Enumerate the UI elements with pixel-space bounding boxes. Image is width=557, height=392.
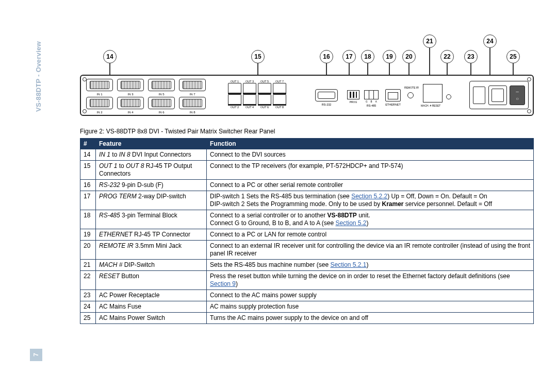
cell-num: 15 <box>80 161 96 180</box>
table-row: 21MACH # DIP-SwitchSets the RS-485 bus m… <box>80 260 534 271</box>
remote-ir-jack <box>407 92 414 98</box>
cell-function: Connect to the AC mains power supply <box>207 290 534 301</box>
rear-panel-diagram: 141516171819202122232425 IN 1IN 3IN 5IN … <box>80 36 534 124</box>
dvi-label: IN 7 <box>179 93 206 96</box>
dvi-port <box>86 97 113 109</box>
remote-ir-label: REMOTE IR <box>402 86 421 89</box>
rs232-port <box>315 89 338 101</box>
mach-reset-label: MACH. # RESET <box>421 104 447 107</box>
cell-feature: RS-485 3-pin Terminal Block <box>96 210 207 229</box>
power-group <box>469 81 529 109</box>
rj45-port <box>273 83 286 94</box>
table-row: 20REMOTE IR 3.5mm Mini JackConnect to an… <box>80 241 534 260</box>
cell-num: 22 <box>80 271 96 290</box>
prog-dip-switch <box>347 90 359 99</box>
cell-function: Connect to an external IR receiver unit … <box>207 241 534 260</box>
cell-function: Press the reset button while turning the… <box>207 271 534 290</box>
cell-function: Turns the AC mains power supply to the d… <box>207 313 534 324</box>
table-row: 15OUT 1 to OUT 8 RJ-45 TP Output Connect… <box>80 161 534 180</box>
cell-function: Connect to a PC or other serial remote c… <box>207 180 534 191</box>
fuse-icon <box>473 87 485 104</box>
cell-num: 17 <box>80 191 96 210</box>
table-row: 17PROG TERM 2-way DIP-switchDIP-switch 1… <box>80 191 534 210</box>
table-row: 18RS-485 3-pin Terminal BlockConnect to … <box>80 210 534 229</box>
cell-num: 19 <box>80 229 96 241</box>
cell-feature: AC Power Receptacle <box>96 290 207 301</box>
power-switch-icon <box>510 86 525 105</box>
callout-18: 18 <box>361 50 374 63</box>
dvi-port <box>86 79 113 91</box>
callout-17: 17 <box>342 50 356 63</box>
section-link[interactable]: Section 5.2.1 <box>330 261 366 268</box>
rj45-output-group: OUT 1OUT 3OUT 5OUT 7OUT 2OUT 4OUT 6OUT 8 <box>228 80 286 109</box>
device-panel: IN 1IN 3IN 5IN 7IN 2IN 4IN 6IN 8 OUT 1OU… <box>80 75 534 116</box>
rs485-pin-labels: GBA <box>364 100 379 103</box>
cell-num: 20 <box>80 241 96 260</box>
dvi-label: IN 6 <box>148 111 175 114</box>
rj45-port <box>273 94 286 106</box>
cell-num: 16 <box>80 180 96 191</box>
dvi-label: IN 1 <box>86 93 113 96</box>
section-link[interactable]: Section 9 <box>210 280 236 287</box>
figure-caption: Figure 2: VS-88DTP 8x8 DVI - Twisted Pai… <box>80 128 534 135</box>
dvi-label: IN 8 <box>179 111 206 114</box>
dvi-port <box>148 79 175 91</box>
cell-num: 25 <box>80 313 96 324</box>
cell-num: 21 <box>80 260 96 271</box>
cell-feature: OUT 1 to OUT 8 RJ-45 TP Output Connector… <box>96 161 207 180</box>
rj45-port <box>243 94 256 106</box>
section-link[interactable]: Section 5.2 <box>336 219 367 227</box>
callout-23: 23 <box>464 50 478 63</box>
cell-function: AC mains supply protection fuse <box>207 301 534 313</box>
cell-function: Connect to the TP receivers (for example… <box>207 161 534 180</box>
rj45-port <box>258 94 271 106</box>
dvi-label: IN 4 <box>117 111 144 114</box>
callout-19: 19 <box>383 50 396 63</box>
callout-24: 24 <box>483 35 497 48</box>
callout-25: 25 <box>506 50 520 63</box>
feature-table: # Feature Function 14IN 1 to IN 8 DVI In… <box>80 138 534 324</box>
power-receptacle-icon <box>488 86 507 105</box>
rs232-label: RS-232 <box>315 103 338 106</box>
dvi-port <box>117 79 144 91</box>
table-row: 23AC Power ReceptacleConnect to the AC m… <box>80 290 534 301</box>
cell-feature: RESET Button <box>96 271 207 290</box>
col-function: Function <box>207 139 534 149</box>
cell-function: Sets the RS-485 bus machine number (see … <box>207 260 534 271</box>
cell-num: 14 <box>80 149 96 161</box>
callout-15: 15 <box>251 50 265 63</box>
cell-num: 23 <box>80 290 96 301</box>
col-feature: Feature <box>96 139 207 149</box>
cell-function: Connect to the DVI sources <box>207 149 534 161</box>
sidebar-title: VS-88DTP - Overview <box>35 41 42 112</box>
col-num: # <box>80 139 96 149</box>
main-content: 141516171819202122232425 IN 1IN 3IN 5IN … <box>80 36 534 324</box>
table-row: 24AC Mains FuseAC mains supply protectio… <box>80 301 534 313</box>
dvi-port <box>179 97 206 109</box>
cell-function: Connect to a serial controller or to ano… <box>207 210 534 229</box>
callout-16: 16 <box>320 50 333 63</box>
table-row: 16RS-232 9-pin D-sub (F)Connect to a PC … <box>80 180 534 191</box>
cell-feature: IN 1 to IN 8 DVI Input Connectors <box>96 149 207 161</box>
ethernet-label: ETHERNET <box>383 103 403 106</box>
dvi-label: IN 3 <box>117 93 144 96</box>
callout-bubbles: 141516171819202122232425 <box>80 36 534 72</box>
ethernet-port <box>385 89 401 101</box>
table-row: 19ETHERNET RJ-45 TP ConnectorConnect to … <box>80 229 534 241</box>
cell-feature: MACH # DIP-Switch <box>96 260 207 271</box>
callout-14: 14 <box>103 50 117 63</box>
cell-num: 24 <box>80 301 96 313</box>
dvi-port <box>148 97 175 109</box>
rj45-port <box>228 83 241 94</box>
cell-feature: PROG TERM 2-way DIP-switch <box>96 191 207 210</box>
rj45-port <box>258 83 271 94</box>
cell-feature: ETHERNET RJ-45 TP Connector <box>96 229 207 241</box>
rj45-port <box>243 83 256 94</box>
section-link[interactable]: Section 5.2.2 <box>351 193 387 200</box>
prog-label: PROG <box>345 100 362 104</box>
rs485-label: RS-485 <box>364 104 379 107</box>
table-row: 25AC Mains Power SwitchTurns the AC main… <box>80 313 534 324</box>
cell-feature: AC Mains Power Switch <box>96 313 207 324</box>
mach-dip-switch <box>423 84 443 103</box>
dvi-port <box>179 79 206 91</box>
